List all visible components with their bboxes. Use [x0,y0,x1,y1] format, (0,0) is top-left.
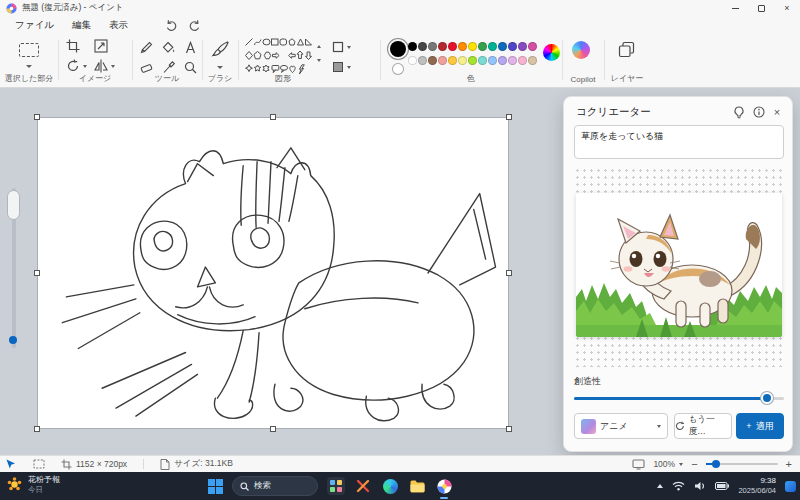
tray-chevron-icon[interactable] [657,484,663,488]
zoom-slider[interactable] [706,458,778,470]
color-swatch[interactable] [498,56,507,65]
taskbar: 花粉予報 今日 検索 [0,472,800,500]
selection-handle-ne[interactable] [506,114,512,120]
notification-icon[interactable] [785,481,796,492]
menu-view[interactable]: 表示 [100,17,137,32]
menu-edit[interactable]: 編集 [63,17,100,32]
minimize-button[interactable] [722,0,748,16]
color-swatch[interactable] [488,42,497,51]
zoom-in-icon[interactable]: + [786,458,792,470]
color-swatch[interactable] [458,56,467,65]
idea-button[interactable] [732,105,746,119]
creativity-handle[interactable] [761,392,773,404]
color-swatch[interactable] [518,42,527,51]
pencil-tool[interactable] [140,41,153,54]
color-swatch[interactable] [438,42,447,51]
flip-chevron-icon [111,65,115,68]
color-swatch[interactable] [428,56,437,65]
color-swatch[interactable] [428,42,437,51]
volume-icon[interactable] [694,481,706,491]
menu-file[interactable]: ファイル [6,17,63,32]
selection-handle-sw[interactable] [34,426,40,432]
wifi-icon[interactable] [672,481,685,491]
resize-button[interactable] [94,39,108,53]
color-swatch[interactable] [488,56,497,65]
shapes-scroll-up-icon[interactable] [317,45,321,48]
redo-icon[interactable] [188,19,201,31]
color-swatch[interactable] [518,56,527,65]
taskbar-app-food[interactable] [354,477,372,495]
color-swatch[interactable] [508,42,517,51]
shape-outline-button[interactable] [332,41,351,53]
color-swatch[interactable] [478,42,487,51]
shapes-scroll-down-icon[interactable] [317,59,321,62]
info-button[interactable] [752,105,766,119]
color-swatch[interactable] [408,42,417,51]
selection-handle-n[interactable] [270,114,276,120]
prompt-input[interactable]: 草原を走っている猫 [574,125,784,159]
color-swatch[interactable] [478,56,487,65]
color-swatch[interactable] [418,42,427,51]
flip-button[interactable] [94,59,115,73]
undo-icon[interactable] [165,19,178,31]
close-button[interactable]: × [774,0,800,16]
taskbar-app-paint[interactable] [435,477,453,495]
taskbar-app-browser[interactable] [381,477,399,495]
shapes-gallery[interactable] [244,37,312,77]
selection-dropdown-chevron-icon[interactable] [26,65,32,68]
weather-widget[interactable]: 花粉予報 今日 [6,475,60,494]
retry-button[interactable]: もう一度… [674,413,732,439]
fill-tool[interactable] [162,41,175,54]
color-swatch[interactable] [468,42,477,51]
color-swatch[interactable] [508,56,517,65]
rotate-button[interactable] [66,59,87,73]
edit-colors-button[interactable] [543,44,560,61]
color-swatch[interactable] [418,56,427,65]
taskbar-app-explorer[interactable] [408,477,426,495]
rotate-icon [66,59,80,73]
vertical-slider-dot[interactable] [9,336,17,344]
color-swatch[interactable] [438,56,447,65]
selection-handle-e[interactable] [506,270,512,276]
fit-to-window-icon[interactable] [632,459,645,470]
copilot-button[interactable] [572,41,590,59]
selection-tool-button[interactable] [19,43,39,57]
color-swatch[interactable] [528,42,537,51]
selection-handle-s[interactable] [270,426,276,432]
selection-handle-se[interactable] [506,426,512,432]
selection-handle-w[interactable] [34,270,40,276]
taskbar-app-widgets[interactable] [327,477,345,495]
color-swatch[interactable] [408,56,417,65]
color-swatch[interactable] [528,56,537,65]
zoom-handle[interactable] [712,460,720,468]
maximize-button[interactable] [748,0,774,16]
vertical-slider-handle[interactable] [7,190,20,220]
zoom-select[interactable]: 100% [653,459,683,469]
brushes-chevron-icon[interactable] [217,66,223,69]
color-swatch[interactable] [448,56,457,65]
windows-start-button[interactable] [208,479,223,494]
layers-button[interactable] [618,41,635,58]
drawing-canvas[interactable] [37,117,509,429]
style-value: アニメ [600,420,628,433]
zoom-out-icon[interactable]: − [691,458,697,470]
creativity-slider[interactable] [574,391,784,405]
prompt-text: 草原を走っている猫 [581,131,663,141]
text-tool[interactable] [184,41,197,54]
color1-well[interactable] [390,41,406,57]
style-dropdown[interactable]: アニメ [574,413,668,439]
brushes-button[interactable] [210,40,230,60]
color-swatch[interactable] [448,42,457,51]
color-swatch[interactable] [468,56,477,65]
cocreator-close-button[interactable]: × [770,105,784,119]
selection-handle-nw[interactable] [34,114,40,120]
color-swatch[interactable] [458,42,467,51]
shape-fill-button[interactable] [332,61,351,73]
taskbar-clock[interactable]: 9:38 2025/06/04 [738,476,776,496]
crop-button[interactable] [66,39,80,53]
color-swatch[interactable] [498,42,507,51]
generated-image[interactable] [576,193,782,337]
apply-button[interactable]: + 適用 [736,413,784,439]
taskbar-search[interactable]: 検索 [232,476,318,496]
battery-icon[interactable] [715,482,729,490]
